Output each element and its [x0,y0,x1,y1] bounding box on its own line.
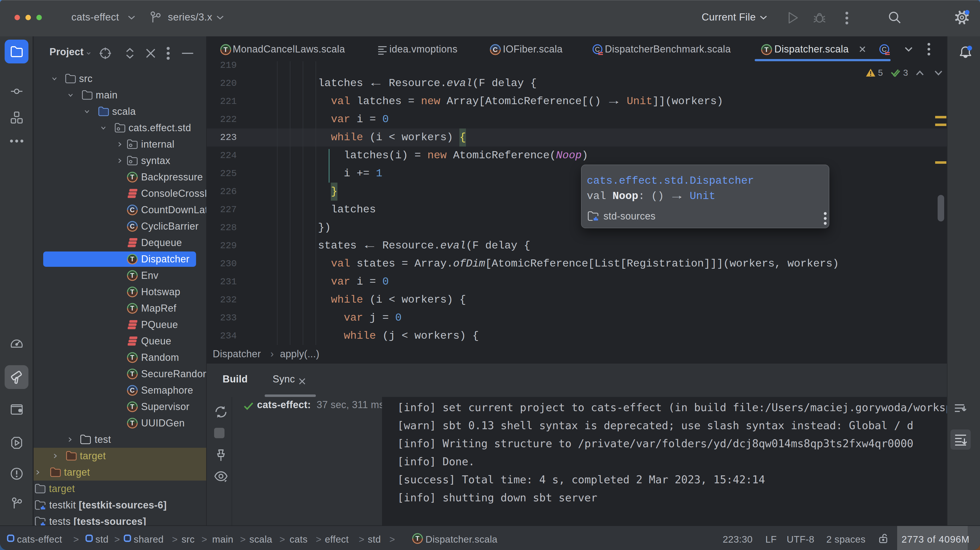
svg-text:T: T [130,354,134,361]
svg-text:C: C [130,223,135,230]
svg-text:T: T [130,255,134,263]
svg-text:T: T [130,305,134,312]
svg-text:T: T [130,173,134,181]
svg-text:T: T [224,46,228,53]
svg-text:T: T [130,403,134,410]
svg-text:T: T [130,419,134,427]
svg-text:T: T [130,288,134,296]
svg-text:T: T [415,535,420,542]
svg-text:C: C [882,46,887,53]
svg-text:T: T [765,46,769,53]
svg-text:C: C [130,206,135,213]
svg-text:C: C [493,46,498,53]
svg-text:T: T [130,370,134,378]
svg-text:C: C [130,386,135,394]
svg-text:C: C [595,46,600,53]
svg-text:T: T [130,272,134,279]
